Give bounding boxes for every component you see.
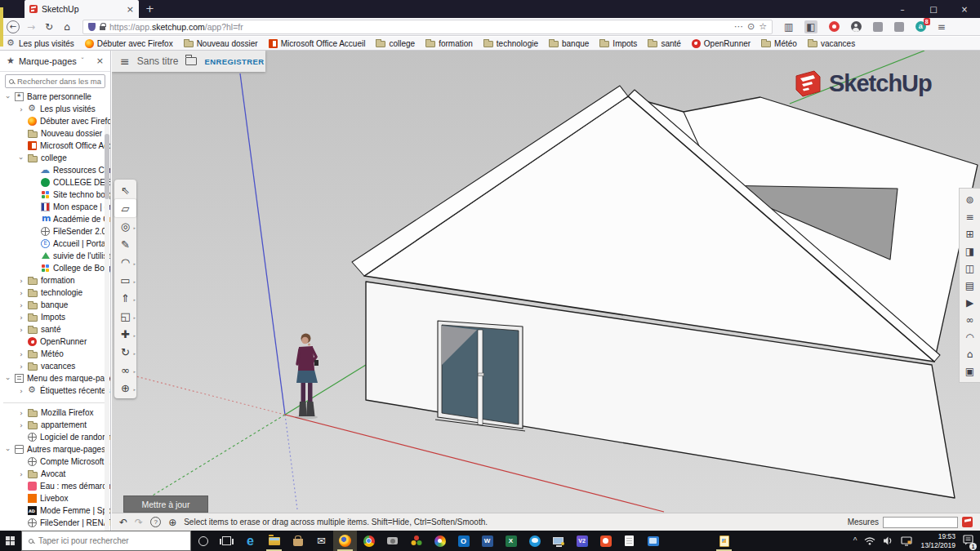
entity-info-button[interactable]: ⊚ [960,191,980,208]
tree-item[interactable]: Microsoft Office Accueil [0,140,110,152]
library-icon[interactable]: ▥ [784,21,793,33]
sidebar-toggle-icon[interactable]: ◧ [804,20,817,33]
volume-icon[interactable] [883,536,893,545]
display-button[interactable]: ∞ [960,311,980,328]
tape-measure-tool[interactable]: ∞▸ [114,361,136,379]
excel-button[interactable] [499,531,523,551]
bookmark-item[interactable]: OpenRunner [692,39,751,48]
network-icon[interactable] [864,536,875,545]
rectangle-tool[interactable]: ▭▸ [114,271,136,289]
tree-item[interactable]: Accueil | Portail Intéract [0,238,110,250]
expander-icon[interactable]: › [18,422,24,429]
move-tool[interactable]: ✚▸ [114,325,136,343]
tree-item[interactable]: OpenRunner [0,335,110,348]
tree-item[interactable]: ›technologie [0,287,110,299]
expander-icon[interactable]: › [18,388,24,394]
tree-item[interactable]: suivie de l'utilisation et . [0,250,110,262]
expander-icon[interactable]: › [18,410,24,416]
expander-icon[interactable]: › [18,106,24,113]
tree-item[interactable]: Ressources Contractuels [0,164,110,176]
select-tool[interactable]: ⇖ [114,181,136,199]
tree-item[interactable]: ›banque [0,299,110,311]
tree-item[interactable]: ›college [0,152,110,164]
sidebar-scrollbar[interactable] [105,124,109,531]
bookmark-item[interactable]: vacances [808,39,855,48]
url-bar[interactable]: https://app.sketchup.com/app?hl=fr ⋯ ⊙ ☆ [82,20,773,34]
taskbar-search[interactable] [21,531,191,551]
undo-icon[interactable]: ↶ [119,517,127,528]
bookmark-item[interactable]: Les plus visités [7,39,74,48]
window-minimize-button[interactable]: – [887,0,918,18]
tree-item[interactable]: Mon espace | ensap.gou [0,201,110,213]
bookmark-item[interactable]: technologie [483,39,538,48]
soften-edges-button[interactable]: ◠ [960,328,980,345]
pocket-icon[interactable]: ⊙ [747,21,755,32]
tags-button[interactable]: ▤ [960,277,980,294]
v2-app-button[interactable] [570,531,594,551]
expander-icon[interactable]: › [18,155,24,162]
sidebar-search-input[interactable] [17,77,101,86]
tree-item[interactable]: Mode Femme | Sportwear | [0,504,110,517]
tree-item[interactable]: Nouveau dossier [0,127,110,140]
materials-button[interactable]: ◨ [960,242,980,260]
task-view-button[interactable] [215,531,238,551]
tree-item[interactable]: Eau : mes démarches en lig [0,480,110,492]
expander-icon[interactable]: › [5,447,11,453]
paint-tool[interactable]: ◎▸ [114,217,136,235]
outlook-button[interactable] [452,531,475,551]
bookmark-star-icon[interactable]: ☆ [759,21,767,32]
bookmark-item[interactable]: santé [648,39,680,48]
save-button[interactable]: ENREGISTRER [204,57,264,66]
arc-tool[interactable]: ◠▸ [114,253,136,271]
page-actions-icon[interactable]: ⋯ [734,21,743,32]
scrollbar-thumb[interactable] [105,134,109,199]
new-tab-button[interactable]: + [145,2,154,15]
tray-chevron-icon[interactable]: ^ [853,536,858,545]
redo-icon[interactable]: ↷ [135,517,143,528]
line-tool[interactable]: ✎ [114,235,136,253]
bookmark-item[interactable]: Impots [599,39,637,48]
instructor-button[interactable]: ≡ [960,208,980,225]
sketchup-canvas[interactable]: ≡ Sans titre ENREGISTRER ⇖▱◎▸✎◠▸▭▸⇑▸◱▸✚▸… [112,51,980,513]
tab-close-icon[interactable]: × [127,4,134,15]
remote-desktop-button[interactable] [546,531,570,551]
expander-icon[interactable]: › [18,314,24,321]
tree-item[interactable]: ›Barre personnelle [0,91,110,103]
window-close-button[interactable]: × [949,0,980,18]
tree-item[interactable]: ›Mozilla Firefox [0,407,110,419]
mail-button[interactable] [310,531,333,551]
screen-share-button[interactable] [641,531,665,551]
update-button[interactable]: Mettre à jour [123,495,208,513]
scenes-button[interactable]: ▶ [960,294,980,311]
sketchup-menu-icon[interactable]: ≡ [120,55,130,68]
chrome-button[interactable] [357,531,381,551]
expander-icon[interactable]: › [18,302,24,309]
password-extension-icon[interactable]: a8 [915,21,926,32]
globe-app-button[interactable] [523,531,546,551]
tree-item[interactable]: ›Autres marque-pages [0,443,110,455]
tree-item[interactable]: Livebox [0,492,110,504]
antivirus-extension-icon[interactable] [829,21,840,32]
expander-icon[interactable]: › [5,94,11,100]
sidebar-dropdown-icon[interactable]: ˇ [81,57,85,65]
start-button[interactable] [0,531,21,551]
bookmark-item[interactable]: Microsoft Office Accueil [269,39,366,48]
tree-item[interactable]: ›santé [0,323,110,335]
tree-item[interactable]: COLLEGE DE BOIGNE - F [0,176,110,189]
firefox-button[interactable] [333,531,357,551]
rotate-tool[interactable]: ↻▸ [114,343,136,361]
back-button[interactable]: ← [7,20,20,33]
display-connect-icon[interactable] [901,536,913,546]
notepad-button[interactable] [617,531,641,551]
home-button[interactable]: ⌂ [58,21,76,33]
sidebar-close-icon[interactable]: × [96,56,104,66]
edge-button[interactable] [238,531,262,551]
expander-icon[interactable]: › [18,278,24,284]
store-button[interactable] [286,531,310,551]
tree-item[interactable]: Compte Microsoft | Accuei [0,455,110,468]
extension-icon-2[interactable] [894,22,904,32]
tracking-protection-icon[interactable] [88,23,96,31]
tree-item[interactable]: FileSender 2.0 [0,225,110,238]
expander-icon[interactable]: › [18,290,24,296]
push-pull-tool[interactable]: ⇑▸ [114,289,136,307]
